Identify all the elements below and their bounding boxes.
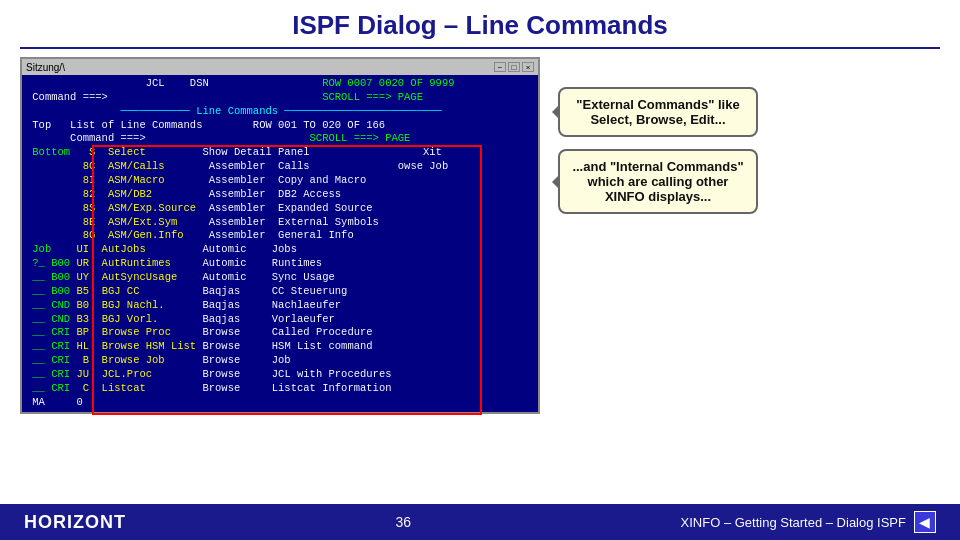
- term-line-15: __ B00 UY AutSyncUsage Automic Sync Usag…: [26, 271, 534, 285]
- term-line-8: 8I ASM/Macro Assembler Copy and Macro: [26, 174, 534, 188]
- term-line-14: ?_ B00 UR AutRuntimes Automic Runtimes: [26, 257, 534, 271]
- term-line-23: __ CRI C Listcat Browse Listcat Informat…: [26, 382, 534, 396]
- annotation-external-commands: "External Commands" like Select, Browse,…: [558, 87, 758, 137]
- annotation-internal-commands: ...and "Internal Commands" which are cal…: [558, 149, 758, 214]
- term-line-5: Command ===> SCROLL ===> PAGE: [26, 132, 534, 146]
- term-line-24: MA 0: [26, 396, 534, 410]
- term-line-21: __ CRI B Browse Job Browse Job: [26, 354, 534, 368]
- maximize-button[interactable]: □: [508, 62, 520, 72]
- terminal-window: Sitzung/\ − □ × JCL DSN ROW 0007 0020 OF…: [20, 57, 540, 493]
- term-line-9: 82 ASM/DB2 Assembler DB2 Access: [26, 188, 534, 202]
- brand-logo: HORIZONT: [24, 512, 126, 533]
- term-line-12: 8G ASM/Gen.Info Assembler General Info: [26, 229, 534, 243]
- term-line-1: JCL DSN ROW 0007 0020 OF 9999: [26, 77, 534, 91]
- term-line-22: __ CRI JU JCL.Proc Browse JCL with Proce…: [26, 368, 534, 382]
- term-line-3: ─────────── Line Commands ──────────────…: [26, 105, 534, 119]
- term-line-18: __ CND B3 BGJ Vorl. Baqjas Vorlaeufer: [26, 313, 534, 327]
- page-title: ISPF Dialog – Line Commands: [20, 0, 940, 49]
- term-line-19: __ CRI BP Browse Proc Browse Called Proc…: [26, 326, 534, 340]
- footer: HORIZONT 36 XINFO – Getting Started – Di…: [0, 504, 960, 540]
- term-line-11: 8E ASM/Ext.Sym Assembler External Symbol…: [26, 216, 534, 230]
- page-number: 36: [395, 514, 411, 530]
- term-line-2: Command ===> SCROLL ===> PAGE: [26, 91, 534, 105]
- close-button[interactable]: ×: [522, 62, 534, 72]
- term-line-13: Job UI AutJobs Automic Jobs: [26, 243, 534, 257]
- term-line-6: Bottom S Select Show Detail Panel Xit: [26, 146, 534, 160]
- term-line-7: 8C ASM/Calls Assembler Calls owse Job: [26, 160, 534, 174]
- terminal-titlebar: Sitzung/\ − □ ×: [22, 59, 538, 75]
- terminal-title: Sitzung/\: [26, 62, 65, 73]
- term-line-4: Top List of Line Commands ROW 001 TO 020…: [26, 119, 534, 133]
- term-line-10: 8S ASM/Exp.Source Assembler Expanded Sou…: [26, 202, 534, 216]
- footer-nav-label: XINFO – Getting Started – Dialog ISPF: [681, 515, 906, 530]
- footer-nav: XINFO – Getting Started – Dialog ISPF ◀: [681, 511, 936, 533]
- minimize-button[interactable]: −: [494, 62, 506, 72]
- terminal-body: JCL DSN ROW 0007 0020 OF 9999 Command ==…: [22, 75, 538, 412]
- nav-back-button[interactable]: ◀: [914, 511, 936, 533]
- term-line-17: __ CND B0 BGJ Nachl. Baqjas Nachlaeufer: [26, 299, 534, 313]
- brand-bold: HO: [24, 512, 53, 532]
- brand-rest: RIZONT: [53, 512, 126, 532]
- term-line-16: __ B00 B5 BGJ CC Baqjas CC Steuerung: [26, 285, 534, 299]
- annotations-panel: "External Commands" like Select, Browse,…: [540, 57, 940, 493]
- term-line-20: __ CRI HL Browse HSM List Browse HSM Lis…: [26, 340, 534, 354]
